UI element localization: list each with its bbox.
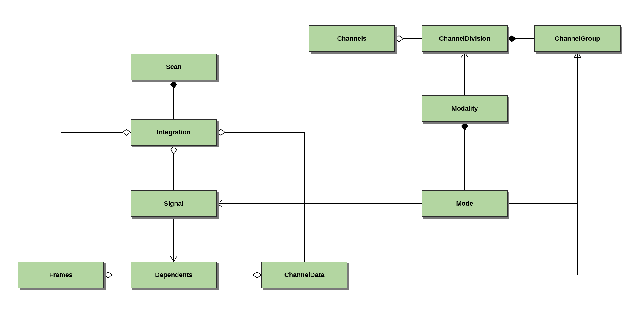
- svg-marker-2: [122, 129, 131, 135]
- node-label: Frames: [49, 271, 72, 279]
- diagram-canvas: ScanIntegrationSignalFramesDependentsCha…: [0, 0, 644, 327]
- node-scan[interactable]: Scan: [131, 54, 217, 80]
- node-label: ChannelData: [284, 271, 324, 279]
- connector-mode-signal-arrow: [217, 200, 422, 207]
- node-integration[interactable]: Integration: [131, 119, 217, 146]
- node-label: Scan: [166, 63, 182, 71]
- node-label: ChannelGroup: [555, 35, 600, 43]
- connector-frames-dependents-aggregation: [104, 272, 131, 278]
- node-channeldata[interactable]: ChannelData: [261, 262, 347, 288]
- connector-channeldivision-channels-aggregation: [395, 36, 422, 42]
- node-frames[interactable]: Frames: [18, 262, 104, 288]
- node-mode[interactable]: Mode: [422, 190, 508, 217]
- node-channeldivision[interactable]: ChannelDivision: [422, 25, 508, 52]
- connector-integration-frames-aggregation: [61, 129, 131, 262]
- node-channelgroup[interactable]: ChannelGroup: [534, 25, 621, 52]
- node-label: Mode: [456, 200, 473, 207]
- connector-mode-modality-composition: [462, 122, 468, 190]
- node-label: Dependents: [155, 271, 192, 279]
- node-label: ChannelDivision: [439, 35, 490, 43]
- connector-modality-channeldivision-arrow: [461, 52, 468, 95]
- connector-integration-channeldata-aggregation: [217, 129, 304, 262]
- node-label: Modality: [451, 105, 478, 112]
- connector-channeldivision-channelgroup-composition: [508, 36, 534, 42]
- node-label: Integration: [157, 128, 191, 136]
- node-label: Signal: [164, 200, 183, 207]
- connector-channeldata-channelgroup-generalize: [347, 52, 581, 275]
- node-dependents[interactable]: Dependents: [131, 262, 217, 288]
- node-signal[interactable]: Signal: [131, 190, 217, 217]
- connector-dependents-channeldata-aggregation: [217, 272, 261, 278]
- node-channels[interactable]: Channels: [309, 25, 395, 52]
- node-label: Channels: [337, 35, 366, 43]
- connector-mode-channelgroup-assoc: [508, 52, 577, 204]
- connector-scan-integration-composition: [171, 80, 177, 119]
- node-modality[interactable]: Modality: [422, 95, 508, 122]
- connector-signal-dependents-arrow: [170, 217, 177, 262]
- svg-marker-4: [253, 272, 261, 278]
- connector-integration-signal-aggregation: [171, 146, 177, 190]
